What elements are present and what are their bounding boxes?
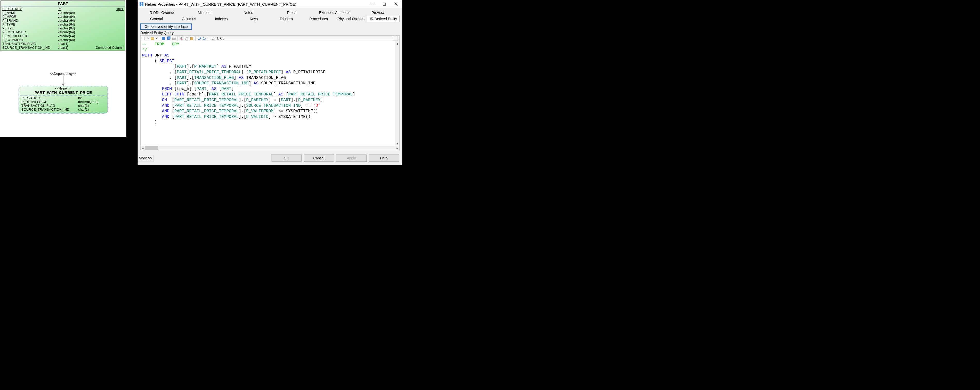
helper-column-row[interactable]: SOURCE_TRANSACTION_INDchar(1) bbox=[21, 108, 105, 111]
helper-title: PART_WITH_CURRENT_PRICE bbox=[19, 90, 108, 95]
entity-part-column-row[interactable]: P_PARTKEYint<pk> bbox=[2, 7, 124, 11]
editor-toolbar: ▼ ▼ Ln 1, Co bbox=[140, 35, 399, 41]
column-extra bbox=[81, 15, 124, 19]
column-name: TRANSACTION FLAG bbox=[21, 104, 78, 108]
svg-rect-17 bbox=[190, 37, 193, 40]
svg-rect-16 bbox=[186, 38, 188, 40]
svg-rect-5 bbox=[151, 38, 154, 40]
editor-undo-icon[interactable] bbox=[197, 37, 201, 40]
svg-rect-18 bbox=[191, 37, 192, 37]
column-type: varchar(64) bbox=[58, 15, 81, 19]
editor-options-icon[interactable] bbox=[393, 36, 398, 41]
entity-helper[interactable]: <<Helper>> PART_WITH_CURRENT_PRICE P_PAR… bbox=[19, 86, 108, 113]
sql-code-editor[interactable]: -- FROM QRY */ WITH QRY AS ( SELECT [PAR… bbox=[140, 41, 399, 150]
entity-part-column-row[interactable]: P_CONTAINERvarchar(64) bbox=[2, 30, 124, 34]
more-button[interactable]: More >> bbox=[138, 155, 153, 161]
column-extra: <pk> bbox=[81, 7, 124, 11]
helper-column-row[interactable]: TRANSACTION FLAGchar(1) bbox=[21, 104, 105, 108]
window-minimize-button[interactable] bbox=[367, 0, 379, 8]
editor-save-icon[interactable] bbox=[161, 37, 165, 40]
entity-part[interactable]: PART P_PARTKEYint<pk>P_NAMEvarchar(64)P_… bbox=[0, 0, 126, 51]
column-type: varchar(64) bbox=[58, 22, 81, 26]
column-type: varchar(64) bbox=[58, 11, 81, 15]
svg-rect-8 bbox=[168, 37, 170, 39]
ok-button[interactable]: OK bbox=[271, 154, 302, 162]
column-name: P_CONTAINER bbox=[2, 30, 58, 34]
column-type: decimal(18,2) bbox=[78, 100, 105, 104]
dependency-arrow-line bbox=[63, 76, 64, 84]
tab-ir-derived-entity[interactable]: IR Derived Entity bbox=[367, 16, 399, 22]
helper-stereotype: <<Helper>> bbox=[19, 87, 108, 90]
column-type: char(1) bbox=[58, 42, 81, 46]
entity-part-column-row[interactable]: P_NAMEvarchar(64) bbox=[2, 11, 124, 15]
window-close-button[interactable] bbox=[390, 0, 402, 8]
column-name: P_MFGR bbox=[2, 15, 58, 19]
scrollbar-thumb[interactable] bbox=[145, 146, 158, 150]
get-derived-entity-interface-button[interactable]: Get derived entity interface bbox=[140, 24, 192, 30]
apply-button[interactable]: Apply bbox=[336, 154, 367, 162]
entity-part-column-row[interactable]: P_COMMENTvarchar(64) bbox=[2, 38, 124, 42]
editor-redo-icon[interactable] bbox=[202, 37, 206, 40]
tab-keys[interactable]: Keys bbox=[238, 16, 270, 22]
tab-procedures[interactable]: Procedures bbox=[302, 16, 335, 22]
helper-column-row[interactable]: P_RETAILPRICEdecimal(18,2) bbox=[21, 100, 105, 104]
column-name: SOURCE_TRANSACTION_IND bbox=[2, 46, 58, 49]
entity-part-column-row[interactable]: P_TYPEvarchar(64) bbox=[2, 22, 124, 26]
scroll-left-icon[interactable]: ◂ bbox=[141, 146, 145, 150]
column-name: P_PARTKEY bbox=[2, 7, 58, 11]
entity-part-column-row[interactable]: P_MFGRvarchar(64) bbox=[2, 15, 124, 19]
helper-properties-window: Helper Properties - PART_WITH_CURRENT_PR… bbox=[137, 0, 402, 165]
editor-paste-icon[interactable] bbox=[189, 37, 194, 40]
tab-notes[interactable]: Notes bbox=[227, 10, 270, 16]
scroll-right-icon[interactable]: ▸ bbox=[395, 146, 399, 150]
tab-physical-options[interactable]: Physical Options bbox=[335, 16, 368, 22]
column-name: P_PARTKEY bbox=[21, 96, 78, 100]
column-extra bbox=[81, 42, 124, 46]
column-extra bbox=[81, 30, 124, 34]
window-title: Helper Properties - PART_WITH_CURRENT_PR… bbox=[145, 2, 367, 6]
tab-triggers[interactable]: Triggers bbox=[270, 16, 302, 22]
entity-part-column-row[interactable]: P_RETAILPRICEvarchar(64) bbox=[2, 34, 124, 38]
titlebar[interactable]: Helper Properties - PART_WITH_CURRENT_PR… bbox=[138, 0, 402, 8]
editor-open-icon[interactable] bbox=[150, 37, 154, 40]
svg-point-14 bbox=[181, 39, 182, 40]
vertical-scrollbar[interactable]: ▴ ▾ bbox=[395, 41, 399, 145]
tab-preview[interactable]: Preview bbox=[356, 10, 400, 16]
entity-part-column-row[interactable]: TRANSACTION FLAGchar(1) bbox=[2, 42, 124, 46]
tab-columns[interactable]: Columns bbox=[173, 16, 205, 22]
tab-microsoft[interactable]: Microsoft bbox=[184, 10, 227, 16]
column-type: char(1) bbox=[58, 46, 81, 49]
editor-print-icon[interactable] bbox=[172, 37, 176, 40]
scroll-down-icon[interactable]: ▾ bbox=[395, 141, 399, 145]
editor-dropdown2-icon[interactable]: ▼ bbox=[156, 37, 158, 40]
svg-rect-6 bbox=[162, 37, 165, 40]
helper-column-row[interactable]: P_PARTKEYint bbox=[21, 96, 105, 100]
column-extra bbox=[81, 38, 124, 42]
editor-new-icon[interactable] bbox=[142, 37, 146, 40]
horizontal-scrollbar[interactable]: ◂ ▸ bbox=[141, 146, 399, 150]
window-maximize-button[interactable] bbox=[379, 0, 390, 8]
entity-part-column-row[interactable]: P_BRANDvarchar(64) bbox=[2, 19, 124, 22]
column-name: P_BRAND bbox=[2, 19, 58, 22]
cancel-button[interactable]: Cancel bbox=[304, 154, 334, 162]
help-button[interactable]: Help bbox=[369, 154, 399, 162]
editor-copy-icon[interactable] bbox=[185, 37, 189, 40]
editor-saveall-icon[interactable] bbox=[167, 37, 171, 40]
editor-cut-icon[interactable] bbox=[179, 37, 183, 40]
entity-part-column-row[interactable]: SOURCE_TRANSACTION_INDchar(1)Computed Co… bbox=[2, 46, 124, 49]
tab-extended-attributes[interactable]: Extended Attributes bbox=[313, 10, 356, 16]
svg-rect-1 bbox=[383, 3, 386, 5]
entity-part-column-row[interactable]: P_SIZEvarchar(64) bbox=[2, 26, 124, 30]
tab-ir-ddl-override[interactable]: IR DDL Override bbox=[140, 10, 184, 16]
scroll-up-icon[interactable]: ▴ bbox=[395, 41, 399, 46]
er-diagram-canvas: PART P_PARTKEYint<pk>P_NAMEvarchar(64)P_… bbox=[0, 0, 126, 137]
editor-dropdown-icon[interactable]: ▼ bbox=[147, 37, 150, 40]
column-name: P_TYPE bbox=[2, 22, 58, 26]
tab-rules[interactable]: Rules bbox=[270, 10, 313, 16]
tab-general[interactable]: General bbox=[140, 16, 173, 22]
window-app-icon bbox=[139, 2, 143, 6]
tab-indexes[interactable]: Indexes bbox=[205, 16, 238, 22]
column-name: P_RETAILPRICE bbox=[21, 100, 78, 104]
column-type: varchar(64) bbox=[58, 38, 81, 42]
column-extra bbox=[81, 19, 124, 22]
